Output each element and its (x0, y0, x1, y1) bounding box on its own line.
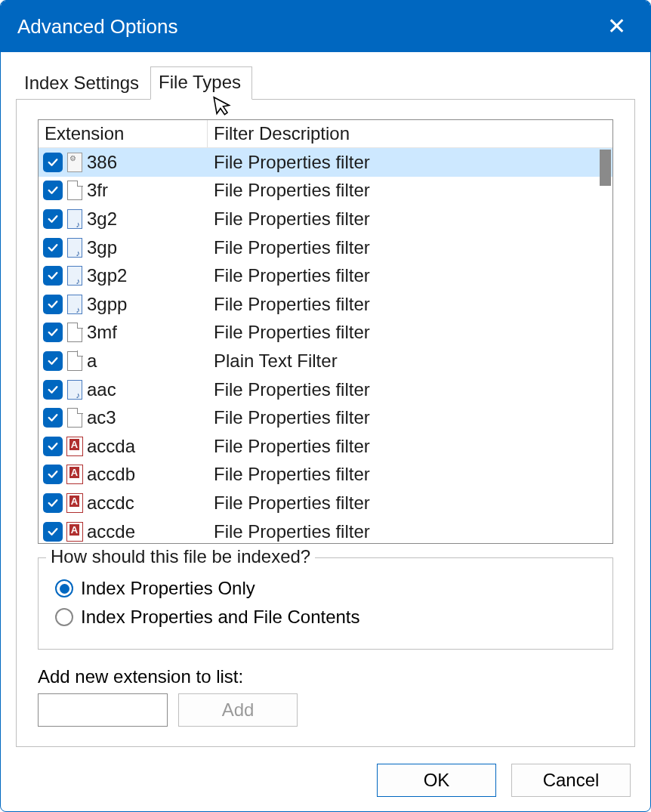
extension-text: 3fr (87, 180, 108, 201)
file-type-icon (66, 208, 84, 230)
listview-header: Extension Filter Description (39, 120, 612, 148)
table-row[interactable]: accdbFile Properties filter (39, 461, 612, 489)
extension-input[interactable] (38, 693, 168, 727)
cell-extension: aac (39, 379, 208, 400)
tabstrip: Index Settings File Types (16, 66, 635, 99)
radio-properties-and-contents[interactable]: Index Properties and File Contents (55, 607, 596, 628)
extension-text: 3gp (87, 237, 117, 258)
cell-extension: 3gpp (39, 294, 208, 315)
filter-description-text: Plain Text Filter (208, 350, 612, 372)
table-row[interactable]: accdeFile Properties filter (39, 517, 612, 543)
add-button[interactable]: Add (178, 693, 298, 727)
tab-file-types[interactable]: File Types (150, 66, 252, 100)
radio-properties-only[interactable]: Index Properties Only (55, 578, 596, 599)
cell-extension: 3fr (39, 180, 208, 201)
filter-description-text: File Properties filter (208, 294, 612, 315)
checkbox[interactable] (43, 181, 63, 200)
filter-description-text: File Properties filter (208, 208, 612, 230)
add-extension-label: Add new extension to list: (38, 666, 613, 687)
cell-extension: accdb (39, 464, 208, 485)
scrollbar-thumb[interactable] (600, 150, 611, 186)
checkbox[interactable] (43, 522, 63, 542)
checkbox[interactable] (43, 493, 63, 513)
radio-icon (55, 608, 73, 626)
file-type-icon (66, 436, 84, 457)
file-types-listview[interactable]: Extension Filter Description 386File Pro… (38, 119, 613, 544)
table-row[interactable]: accdaFile Properties filter (39, 432, 612, 461)
file-type-icon (66, 379, 84, 400)
tab-index-settings[interactable]: Index Settings (16, 67, 150, 100)
table-row[interactable]: aacFile Properties filter (39, 375, 612, 404)
file-type-icon (66, 294, 84, 315)
radio-label: Index Properties and File Contents (81, 607, 360, 628)
checkbox[interactable] (43, 351, 63, 371)
table-row[interactable]: 3gp2File Properties filter (39, 261, 612, 290)
table-row[interactable]: ac3File Properties filter (39, 403, 612, 432)
table-row[interactable]: 3gpFile Properties filter (39, 233, 612, 262)
cell-extension: accda (39, 436, 208, 457)
checkbox[interactable] (43, 437, 63, 456)
checkbox[interactable] (43, 266, 63, 286)
extension-text: 3gp2 (87, 265, 127, 286)
filter-description-text: File Properties filter (208, 180, 612, 201)
checkbox[interactable] (43, 295, 63, 314)
table-row[interactable]: aPlain Text Filter (39, 347, 612, 375)
column-filter-description[interactable]: Filter Description (208, 120, 612, 147)
table-row[interactable]: 3mfFile Properties filter (39, 319, 612, 347)
filter-description-text: File Properties filter (208, 322, 612, 343)
extension-text: accdc (87, 492, 134, 514)
file-type-icon (66, 464, 84, 485)
listview-body[interactable]: 386File Properties filter3frFile Propert… (39, 148, 612, 543)
file-type-icon (66, 180, 84, 201)
index-mode-group: How should this file be indexed? Index P… (38, 557, 613, 650)
table-row[interactable]: 3frFile Properties filter (39, 177, 612, 205)
extension-text: aac (87, 379, 116, 400)
radio-label: Index Properties Only (81, 578, 255, 599)
ok-button[interactable]: OK (377, 764, 496, 797)
checkbox[interactable] (43, 408, 63, 428)
cell-extension: 3gp2 (39, 265, 208, 286)
table-row[interactable]: 386File Properties filter (39, 148, 612, 177)
file-type-icon (66, 322, 84, 343)
titlebar[interactable]: Advanced Options ✕ (1, 1, 650, 52)
filter-description-text: File Properties filter (208, 265, 612, 286)
extension-text: accde (87, 521, 135, 542)
file-type-icon (66, 492, 84, 514)
extension-text: ac3 (87, 407, 116, 428)
checkbox[interactable] (43, 323, 63, 342)
extension-text: 386 (87, 152, 117, 173)
checkbox[interactable] (43, 465, 63, 484)
filter-description-text: File Properties filter (208, 521, 612, 542)
column-extension[interactable]: Extension (39, 120, 208, 147)
table-row[interactable]: 3g2File Properties filter (39, 205, 612, 233)
close-icon[interactable]: ✕ (600, 11, 634, 42)
extension-text: accda (87, 436, 135, 457)
extension-text: 3gpp (87, 294, 127, 315)
filter-description-text: File Properties filter (208, 492, 612, 514)
file-type-icon (66, 237, 84, 258)
filter-description-text: File Properties filter (208, 464, 612, 485)
filter-description-text: File Properties filter (208, 152, 612, 173)
file-type-icon (66, 152, 84, 173)
checkbox[interactable] (43, 153, 63, 172)
file-type-icon (66, 407, 84, 428)
cancel-button[interactable]: Cancel (511, 764, 631, 797)
extension-text: accdb (87, 464, 135, 485)
extension-text: a (87, 350, 97, 372)
cell-extension: accde (39, 521, 208, 542)
checkbox[interactable] (43, 209, 63, 229)
filter-description-text: File Properties filter (208, 379, 612, 400)
table-row[interactable]: accdcFile Properties filter (39, 489, 612, 517)
checkbox[interactable] (43, 238, 63, 258)
filter-description-text: File Properties filter (208, 237, 612, 258)
cell-extension: accdc (39, 492, 208, 514)
cell-extension: 3mf (39, 322, 208, 343)
filter-description-text: File Properties filter (208, 407, 612, 428)
extension-text: 3mf (87, 322, 117, 343)
table-row[interactable]: 3gppFile Properties filter (39, 290, 612, 319)
cell-extension: 3gp (39, 237, 208, 258)
file-type-icon (66, 521, 84, 542)
file-type-icon (66, 350, 84, 372)
checkbox[interactable] (43, 380, 63, 400)
extension-text: 3g2 (87, 208, 117, 230)
